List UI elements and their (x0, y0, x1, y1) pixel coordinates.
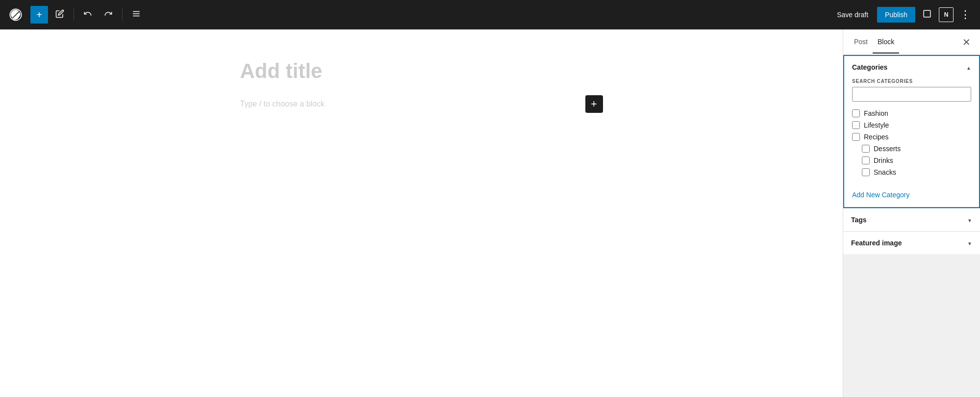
featured-image-toggle-icon (967, 238, 972, 247)
list-item: Desserts (852, 143, 971, 155)
category-checkbox-lifestyle[interactable] (852, 121, 860, 129)
categories-panel: Categories SEARCH CATEGORIES Fashion Lif… (843, 55, 980, 208)
post-title-input[interactable] (240, 59, 603, 83)
tags-panel: Tags (843, 208, 980, 231)
list-item: Snacks (852, 166, 971, 178)
categories-panel-header[interactable]: Categories (844, 56, 979, 79)
featured-image-panel: Featured image (843, 231, 980, 254)
publish-button[interactable]: Publish (877, 7, 915, 23)
list-item: Recipes (852, 131, 971, 143)
category-label-drinks[interactable]: Drinks (874, 157, 893, 164)
featured-image-title: Featured image (851, 239, 902, 247)
tags-panel-header[interactable]: Tags (843, 209, 980, 231)
undo-button[interactable] (79, 6, 97, 24)
list-view-icon (132, 9, 141, 20)
tags-title: Tags (851, 216, 867, 224)
add-block-inline-button[interactable]: + (585, 95, 603, 113)
category-label-lifestyle[interactable]: Lifestyle (864, 121, 889, 129)
tab-block[interactable]: Block (873, 31, 899, 53)
list-item: Fashion (852, 107, 971, 119)
category-checkbox-snacks[interactable] (862, 168, 870, 176)
block-placeholder: Type / to choose a block + (240, 95, 603, 113)
more-icon: ⋮ (960, 8, 971, 21)
add-new-category-button[interactable]: Add New Category (852, 191, 910, 199)
edit-button[interactable] (51, 6, 69, 24)
plus-icon: + (36, 9, 42, 21)
redo-button[interactable] (100, 6, 117, 24)
category-checkbox-fashion[interactable] (852, 109, 860, 117)
n-badge[interactable]: N (939, 7, 954, 22)
view-button[interactable] (918, 6, 936, 24)
category-label-fashion[interactable]: Fashion (864, 109, 888, 117)
sidebar: Post Block ✕ Categories SEARCH CATEGORIE… (843, 29, 980, 397)
category-label-recipes[interactable]: Recipes (864, 133, 889, 141)
svg-rect-4 (924, 10, 930, 17)
list-item: Lifestyle (852, 119, 971, 131)
list-item-partial (852, 178, 971, 186)
editor-area: Type / to choose a block + (0, 29, 843, 397)
pencil-icon (55, 9, 64, 20)
search-categories-label: SEARCH CATEGORIES (852, 79, 971, 84)
toolbar-divider-1 (74, 9, 74, 21)
tags-toggle-icon (967, 215, 972, 224)
save-draft-button[interactable]: Save draft (831, 7, 874, 23)
category-checkbox-recipes[interactable] (852, 133, 860, 141)
main-container: Type / to choose a block + Post Block ✕ … (0, 29, 980, 397)
add-block-button[interactable]: + (30, 6, 48, 24)
category-checkbox-drinks[interactable] (862, 157, 870, 164)
category-label-desserts[interactable]: Desserts (874, 145, 901, 153)
toolbar-divider-2 (122, 9, 123, 21)
view-icon (923, 9, 931, 21)
sidebar-tabs: Post Block ✕ (843, 29, 980, 55)
wp-logo[interactable] (6, 5, 25, 25)
plus-inline-icon: + (591, 98, 597, 110)
category-list: Fashion Lifestyle Recipes Desserts (852, 107, 971, 186)
list-item: Drinks (852, 155, 971, 166)
redo-icon (104, 9, 113, 20)
categories-toggle-icon (966, 63, 971, 72)
more-options-button[interactable]: ⋮ (956, 6, 974, 24)
undo-icon (83, 9, 92, 20)
editor-content: Type / to choose a block + (240, 59, 603, 113)
list-view-button[interactable] (127, 6, 145, 24)
close-sidebar-button[interactable]: ✕ (958, 34, 974, 50)
toolbar: + (0, 0, 980, 29)
categories-title: Categories (852, 63, 887, 71)
category-label-snacks[interactable]: Snacks (874, 168, 896, 176)
placeholder-text: Type / to choose a block (240, 100, 325, 108)
categories-panel-body: SEARCH CATEGORIES Fashion Lifestyle Reci… (844, 79, 979, 207)
tab-post[interactable]: Post (849, 31, 873, 53)
search-categories-input[interactable] (852, 87, 971, 102)
category-checkbox-desserts[interactable] (862, 145, 870, 153)
featured-image-panel-header[interactable]: Featured image (843, 232, 980, 254)
close-icon: ✕ (962, 36, 971, 48)
